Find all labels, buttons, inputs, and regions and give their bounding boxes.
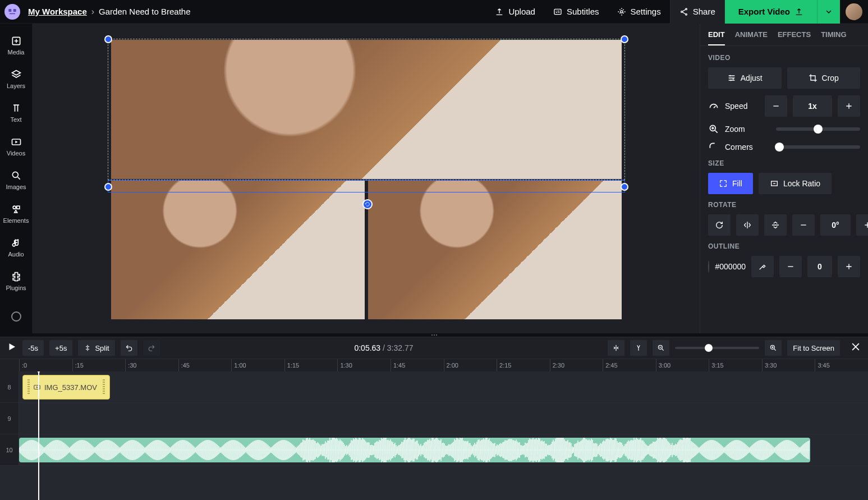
minus-icon xyxy=(799,221,808,230)
play-button[interactable] xyxy=(7,342,17,354)
sidebar-item-text[interactable]: Text xyxy=(0,97,33,129)
sidebar-item-images[interactable]: Images xyxy=(0,164,33,196)
ruler-tick: 2:30 xyxy=(550,359,603,371)
speed-value[interactable]: 1x xyxy=(793,95,832,117)
sidebar-item-elements[interactable]: Elements xyxy=(0,198,33,230)
flip-h-icon xyxy=(743,221,752,230)
magnet-button[interactable] xyxy=(630,340,647,356)
clip-bottom-left[interactable] xyxy=(111,180,365,319)
svg-point-3 xyxy=(621,11,623,13)
flip-v-button[interactable] xyxy=(764,214,787,236)
clip-bottom-right[interactable] xyxy=(368,180,622,319)
speed-plus-button[interactable] xyxy=(838,95,860,117)
upload-button[interactable]: Upload xyxy=(486,0,544,24)
settings-button[interactable]: Settings xyxy=(608,0,670,24)
stage[interactable] xyxy=(111,35,622,322)
tab-timing[interactable]: TIMING xyxy=(821,30,847,45)
top-bar: My Workspace › Garden Need to Breathe Up… xyxy=(0,0,868,24)
track-row-10[interactable]: 10 xyxy=(0,434,868,466)
resize-handle-mr[interactable] xyxy=(621,183,628,191)
timeline-tracks[interactable]: 8 IMG_5337.MOV 9 10 xyxy=(0,371,868,500)
eyedropper-button[interactable] xyxy=(751,256,774,277)
track-head[interactable]: 8 xyxy=(0,371,19,402)
subtitles-button[interactable]: Subtitles xyxy=(544,0,608,24)
timeline-ruler[interactable]: :0 :15 :30 :45 1:00 1:15 1:30 1:45 2:00 … xyxy=(0,359,868,371)
speed-minus-button[interactable] xyxy=(765,95,787,117)
selection-outline-active xyxy=(108,180,625,192)
settings-label: Settings xyxy=(631,7,661,16)
export-caret-button[interactable] xyxy=(817,0,840,24)
text-icon xyxy=(11,103,22,114)
timeline-zoom-slider[interactable] xyxy=(675,347,759,349)
split-icon xyxy=(84,344,91,352)
undo-button[interactable] xyxy=(121,340,137,356)
fit-to-screen-button[interactable]: Fit to Screen xyxy=(787,340,840,356)
snap-button[interactable] xyxy=(608,340,624,356)
zoom-out-button[interactable] xyxy=(653,340,669,356)
zoom-slider[interactable] xyxy=(776,127,860,131)
tab-effects[interactable]: EFFECTS xyxy=(778,30,811,45)
outline-value[interactable]: 0 xyxy=(807,256,832,277)
ruler-tick: 2:00 xyxy=(444,359,497,371)
resize-handle-ml[interactable] xyxy=(104,183,112,191)
clip-grip-right[interactable] xyxy=(103,379,105,395)
rotate-plus-button[interactable] xyxy=(856,214,868,236)
rotate-value[interactable]: 0° xyxy=(820,214,851,236)
redo-button[interactable] xyxy=(143,340,160,356)
track-row-8[interactable]: 8 IMG_5337.MOV xyxy=(0,371,868,403)
timeline-audio-clip[interactable] xyxy=(19,438,810,462)
adjust-button[interactable]: Adjust xyxy=(708,67,782,89)
track-head[interactable]: 9 xyxy=(0,403,19,434)
close-panel-button[interactable] xyxy=(850,341,861,355)
main-row: Media Layers Text Videos Images Elements… xyxy=(0,24,868,333)
ruler-tick: 3:30 xyxy=(762,359,815,371)
track-row-9[interactable]: 9 xyxy=(0,403,868,434)
timeline-video-clip[interactable]: IMG_5337.MOV xyxy=(22,375,110,400)
sidebar-item-record[interactable] xyxy=(0,299,33,331)
playhead[interactable] xyxy=(38,371,39,500)
plus-5s-button[interactable]: +5s xyxy=(49,340,72,356)
sidebar-item-videos[interactable]: Videos xyxy=(0,130,33,163)
resize-handle-tr[interactable] xyxy=(621,35,628,43)
ruler-tick: :45 xyxy=(178,359,232,371)
workspace-link[interactable]: My Workspace xyxy=(28,7,87,16)
svg-point-9 xyxy=(12,172,18,177)
rotate-minus-button[interactable] xyxy=(792,214,815,236)
minus-5s-button[interactable]: -5s xyxy=(22,340,44,356)
project-title[interactable]: Garden Need to Breathe xyxy=(99,7,190,16)
split-button[interactable]: Split xyxy=(78,340,114,356)
outline-minus-button[interactable] xyxy=(779,256,802,277)
corners-slider[interactable] xyxy=(776,145,860,149)
fill-button[interactable]: Fill xyxy=(708,173,753,194)
sidebar-item-layers[interactable]: Layers xyxy=(0,63,33,95)
export-button[interactable]: Export Video xyxy=(725,0,817,24)
zoom-icon xyxy=(708,123,719,135)
ruler-tick: 1:15 xyxy=(284,359,338,371)
fill-icon xyxy=(719,179,728,188)
tab-animate[interactable]: ANIMATE xyxy=(735,30,768,45)
outline-plus-button[interactable] xyxy=(838,256,860,277)
record-icon xyxy=(11,311,21,322)
sidebar-item-media[interactable]: Media xyxy=(0,29,33,62)
sidebar-item-audio[interactable]: Audio xyxy=(0,231,33,264)
app-logo[interactable] xyxy=(4,4,20,20)
upload-icon xyxy=(495,7,504,16)
rotate-cw-button[interactable] xyxy=(708,214,731,236)
plus-icon xyxy=(844,102,853,111)
sidebar-item-plugins[interactable]: Plugins xyxy=(0,265,33,297)
rotate-handle[interactable] xyxy=(362,199,373,209)
zoom-in-button[interactable] xyxy=(765,340,782,356)
crop-button[interactable]: Crop xyxy=(787,67,861,89)
outline-color-chip[interactable] xyxy=(708,260,709,273)
lock-ratio-button[interactable]: Lock Ratio xyxy=(759,173,832,194)
svg-rect-1 xyxy=(13,9,16,12)
clip-grip-left[interactable] xyxy=(27,379,30,395)
tab-edit[interactable]: EDIT xyxy=(708,30,725,45)
user-avatar[interactable] xyxy=(846,3,862,20)
share-button[interactable]: Share xyxy=(670,0,725,24)
track-head[interactable]: 10 xyxy=(0,434,19,465)
flip-h-button[interactable] xyxy=(736,214,759,236)
selection-outline-passive xyxy=(108,39,625,180)
resize-handle-tl[interactable] xyxy=(104,35,112,43)
canvas-area[interactable] xyxy=(33,24,700,333)
